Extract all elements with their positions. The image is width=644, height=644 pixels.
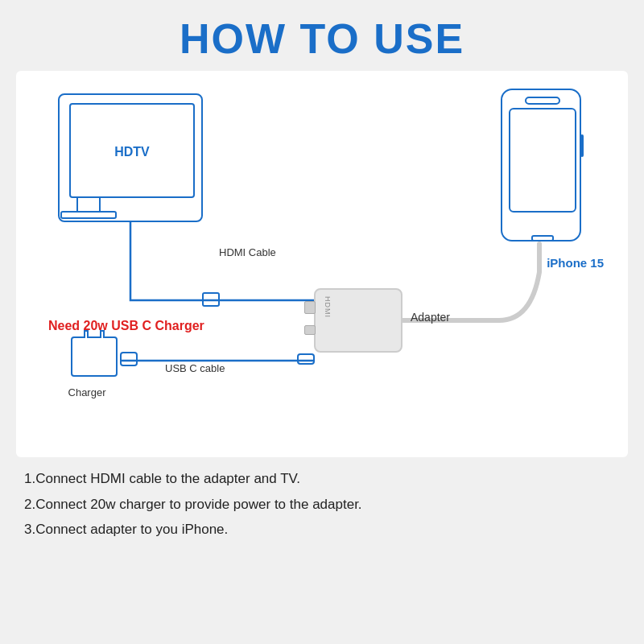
svg-rect-0 bbox=[121, 353, 137, 365]
instruction-3: 3.Connect adapter to you iPhone. bbox=[24, 519, 620, 540]
instruction-2: 2.Connect 20w charger to provide power t… bbox=[24, 494, 620, 515]
charger-prong-2 bbox=[100, 330, 105, 338]
need-charger-label: Need 20w USB C Charger bbox=[48, 319, 204, 333]
iphone-screen bbox=[509, 108, 576, 213]
hdtv-screen: HDTV bbox=[69, 103, 195, 198]
instruction-1: 1.Connect HDMI cable to the adapter and … bbox=[24, 469, 620, 489]
charger-label: Charger bbox=[63, 386, 111, 398]
diagram-area: HDTV iPhone 15 HDMI Cable Need 20w USB C… bbox=[16, 71, 628, 457]
adapter-diagram: HDMI bbox=[314, 288, 402, 353]
adapter-hdmi-port bbox=[304, 301, 316, 314]
svg-rect-1 bbox=[298, 354, 314, 364]
iphone-notch bbox=[525, 97, 560, 105]
instructions-section: 1.Connect HDMI cable to the adapter and … bbox=[16, 469, 628, 545]
iphone-usbc-port bbox=[531, 235, 554, 242]
adapter-label: Adapter bbox=[411, 311, 450, 324]
iphone-side-button bbox=[580, 134, 584, 157]
page: HOW TO USE HDTV bbox=[0, 0, 644, 644]
adapter-hdmi-text: HDMI bbox=[319, 296, 332, 345]
page-title: HOW TO USE bbox=[180, 14, 464, 63]
iphone-diagram bbox=[501, 89, 581, 242]
hdtv-label: HDTV bbox=[71, 145, 193, 159]
usbc-cable-label: USB C cable bbox=[165, 362, 225, 374]
iphone-label: iPhone 15 bbox=[547, 256, 604, 270]
svg-rect-2 bbox=[203, 293, 219, 306]
hdtv-stand-base bbox=[60, 211, 117, 219]
adapter-usbc-port bbox=[304, 325, 316, 335]
hdmi-cable-label: HDMI Cable bbox=[219, 246, 276, 258]
charger-diagram bbox=[71, 336, 118, 377]
charger-prong-1 bbox=[84, 330, 89, 338]
